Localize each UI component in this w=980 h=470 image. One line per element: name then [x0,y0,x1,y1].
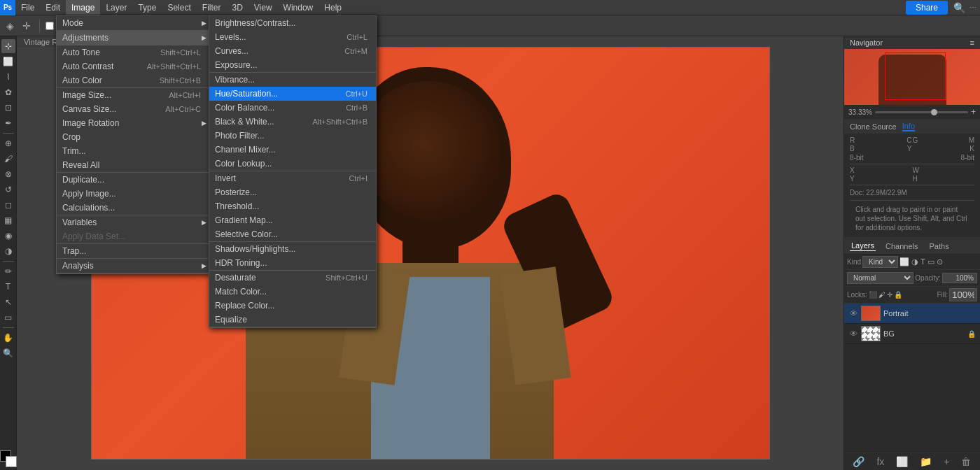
adj-hdr-toning[interactable]: HDR Toning... [209,256,376,270]
tool-path-select[interactable]: ↖ [1,295,15,309]
menu-auto-contrast[interactable]: Auto Contrast Alt+Shift+Ctrl+L [57,59,209,73]
menu-analysis[interactable]: Analysis [57,259,209,273]
adj-invert[interactable]: Invert Ctrl+I [209,171,376,185]
tool-select-icon[interactable]: ◈ [3,19,17,33]
menu-auto-tone[interactable]: Auto Tone Shift+Ctrl+L [57,45,209,59]
adj-hue-saturation[interactable]: Hue/Saturation... Ctrl+U [209,87,376,101]
menu-auto-color[interactable]: Auto Color Shift+Ctrl+B [57,73,209,87]
tool-crop[interactable]: ⊡ [1,101,15,115]
background-color[interactable] [6,456,17,467]
opacity-input[interactable] [942,273,977,283]
channels-tab[interactable]: Channels [884,241,919,251]
tool-shape[interactable]: ▭ [1,311,15,325]
search-icon[interactable]: 🔍 [952,1,966,15]
adj-photo-filter[interactable]: Photo Filter... [209,129,376,143]
tool-quick-select[interactable]: ✿ [1,85,15,99]
tool-blur[interactable]: ◉ [1,229,15,243]
lock-image-icon[interactable]: 🖌 [878,291,886,299]
menu-help[interactable]: Help [318,0,347,15]
adj-color-balance[interactable]: Color Balance... Ctrl+B [209,101,376,115]
clone-source-tab[interactable]: Clone Source [850,122,897,131]
sample-all-layers-checkbox[interactable] [46,22,54,30]
adj-exposure[interactable]: Exposure... [209,58,376,72]
layer-bg[interactable]: 👁 BG 🔒 [844,324,980,344]
info-tab[interactable]: Info [902,122,915,131]
adj-match-color[interactable]: Match Color... [209,285,376,299]
menu-type[interactable]: Type [132,0,162,15]
menu-canvas-size[interactable]: Canvas Size... Alt+Ctrl+C [57,102,209,116]
adj-brightness-contrast[interactable]: Brightness/Contrast... [209,16,376,30]
adj-posterize[interactable]: Posterize... [209,185,376,199]
menu-duplicate[interactable]: Duplicate... [57,173,209,187]
lock-all-icon[interactable]: 🔒 [894,291,902,299]
menu-3d[interactable]: 3D [226,0,248,15]
menu-layer[interactable]: Layer [100,0,132,15]
new-group-icon[interactable]: 📁 [920,456,932,467]
navigator-slider-thumb[interactable] [931,109,937,115]
menu-image[interactable]: Image [66,0,100,15]
menu-adjustments[interactable]: Adjustments [57,31,209,45]
tool-history-brush[interactable]: ↺ [1,183,15,197]
delete-layer-icon[interactable]: 🗑 [961,456,971,467]
menu-mode[interactable]: Mode [57,16,209,30]
layer-bg-visibility[interactable]: 👁 [848,329,858,339]
adj-selective-color[interactable]: Selective Color... [209,227,376,241]
menu-view[interactable]: View [248,0,278,15]
add-link-icon[interactable]: 🔗 [853,456,864,467]
tool-marquee[interactable]: ⬜ [1,55,15,69]
tool-brush[interactable]: 🖌 [1,152,15,166]
tool-text[interactable]: T [1,280,15,294]
kind-smart-icon[interactable]: ⊙ [937,257,943,266]
menu-trap[interactable]: Trap... [57,244,209,258]
adj-equalize[interactable]: Equalize [209,313,376,327]
adj-vibrance[interactable]: Vibrance... [209,73,376,87]
layer-portrait-visibility[interactable]: 👁 [848,308,858,318]
menu-image-size[interactable]: Image Size... Alt+Ctrl+I [57,88,209,102]
adj-channel-mixer[interactable]: Channel Mixer... [209,143,376,157]
kind-text-icon[interactable]: T [920,257,925,266]
tool-move[interactable]: ⊹ [1,39,15,53]
add-mask-icon[interactable]: ⬜ [896,456,908,467]
menu-variables[interactable]: Variables [57,215,209,229]
adj-desaturate[interactable]: Desaturate Shift+Ctrl+U [209,271,376,285]
layer-portrait[interactable]: 👁 Portrait [844,304,980,324]
menu-apply-image[interactable]: Apply Image... [57,187,209,201]
new-layer-icon[interactable]: + [944,456,949,467]
tool-hand[interactable]: ✋ [1,331,15,345]
tool-dodge[interactable]: ◑ [1,244,15,258]
lock-transparent-icon[interactable]: ⬛ [869,291,877,299]
tool-healing[interactable]: ⊕ [1,136,15,150]
adj-replace-color[interactable]: Replace Color... [209,299,376,313]
add-fx-icon[interactable]: fx [876,456,884,467]
adj-gradient-map[interactable]: Gradient Map... [209,213,376,227]
menu-edit[interactable]: Edit [40,0,66,15]
menu-reveal-all[interactable]: Reveal All [57,158,209,172]
more-options-icon[interactable]: ⋯ [966,1,980,15]
navigator-zoom-slider[interactable] [875,111,968,113]
kind-pixel-icon[interactable]: ⬜ [899,257,909,266]
paths-tab[interactable]: Paths [928,241,951,251]
menu-image-rotation[interactable]: Image Rotation [57,116,209,130]
kind-shape-icon[interactable]: ▭ [927,257,934,266]
tool-eraser[interactable]: ◻ [1,198,15,212]
tool-stamp[interactable]: ⊗ [1,167,15,181]
adj-levels[interactable]: Levels... Ctrl+L [209,30,376,44]
tool-pen[interactable]: ✏ [1,264,15,278]
adj-shadows-highlights[interactable]: Shadows/Highlights... [209,242,376,256]
menu-crop[interactable]: Crop [57,130,209,144]
navigator-collapse-icon[interactable]: ≡ [970,38,974,47]
zoom-in-icon[interactable]: + [971,107,976,117]
color-swatches[interactable] [0,450,17,467]
menu-window[interactable]: Window [278,0,319,15]
menu-filter[interactable]: Filter [197,0,227,15]
adj-threshold[interactable]: Threshold... [209,199,376,213]
tool-gradient[interactable]: ▦ [1,213,15,227]
blend-mode-select[interactable]: Normal [847,272,913,284]
menu-file[interactable]: File [15,0,40,15]
fill-input[interactable] [949,288,977,301]
menu-trim[interactable]: Trim... [57,144,209,158]
menu-select[interactable]: Select [162,0,196,15]
kind-adjust-icon[interactable]: ◑ [911,257,918,266]
layers-tab[interactable]: Layers [850,241,876,251]
lock-position-icon[interactable]: ✛ [887,291,892,299]
